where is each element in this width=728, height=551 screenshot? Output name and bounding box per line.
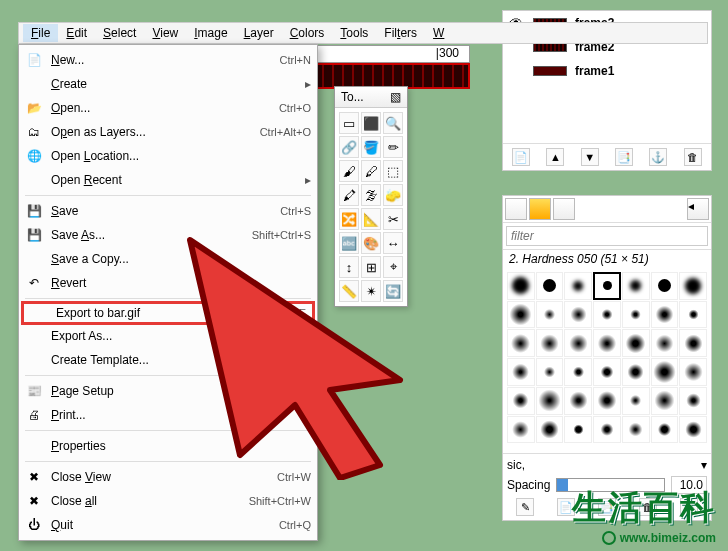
brush-preset-20[interactable] (679, 329, 707, 357)
menu-open[interactable]: 📂Open...Ctrl+O (19, 96, 317, 120)
brush-preset-40[interactable] (651, 416, 679, 444)
brush-preset-17[interactable] (593, 329, 621, 357)
brush-preset-13[interactable] (679, 301, 707, 329)
menu-save-copy[interactable]: Save a Copy... (19, 247, 317, 271)
tool-21[interactable]: 📏 (339, 280, 359, 302)
menu-page-setup[interactable]: 📰Page Setup (19, 379, 317, 403)
menu-create[interactable]: Create▸ (19, 72, 317, 96)
brush-preset-10[interactable] (593, 301, 621, 329)
tool-18[interactable]: ↕ (339, 256, 359, 278)
tool-14[interactable]: ✂ (383, 208, 403, 230)
brush-preset-14[interactable] (507, 329, 535, 357)
brush-preset-35[interactable] (507, 416, 535, 444)
brush-preset-3[interactable] (593, 272, 621, 300)
menu-create-template[interactable]: Create Template... (19, 348, 317, 372)
brush-preset-36[interactable] (536, 416, 564, 444)
brush-preset-1[interactable] (536, 272, 564, 300)
tool-0[interactable]: ▭ (339, 112, 359, 134)
brush-preset-28[interactable] (507, 387, 535, 415)
tool-19[interactable]: ⊞ (361, 256, 381, 278)
brush-preset-31[interactable] (593, 387, 621, 415)
menu-revert[interactable]: ↶Revert (19, 271, 317, 295)
menubar-tools[interactable]: Tools (332, 24, 376, 42)
menu-open-recent[interactable]: Open Recent▸ (19, 168, 317, 192)
tool-1[interactable]: ⬛ (361, 112, 381, 134)
tool-20[interactable]: ⌖ (383, 256, 403, 278)
tool-12[interactable]: 🔀 (339, 208, 359, 230)
brush-preset-34[interactable] (679, 387, 707, 415)
tool-6[interactable]: 🖌 (339, 160, 359, 182)
menubar-image[interactable]: Image (186, 24, 235, 42)
brush-preset-21[interactable] (507, 358, 535, 386)
layers-btn-2[interactable]: ▼ (581, 148, 599, 166)
brush-preset-33[interactable] (651, 387, 679, 415)
brush-preset-25[interactable] (622, 358, 650, 386)
tool-11[interactable]: 🧽 (383, 184, 403, 206)
menu-new[interactable]: 📄New...Ctrl+N (19, 48, 317, 72)
brush-preset-24[interactable] (593, 358, 621, 386)
brush-preset-29[interactable] (536, 387, 564, 415)
layer-row-frame1[interactable]: frame1 (503, 59, 711, 83)
brush-tab-3[interactable] (553, 198, 575, 220)
tool-22[interactable]: ✴ (361, 280, 381, 302)
brush-preset-9[interactable] (564, 301, 592, 329)
layers-btn-1[interactable]: ▲ (546, 148, 564, 166)
menu-open-location[interactable]: 🌐Open Location... (19, 144, 317, 168)
tool-13[interactable]: 📐 (361, 208, 381, 230)
brush-preset-7[interactable] (507, 301, 535, 329)
menubar-filters[interactable]: Filters (376, 24, 425, 42)
menu-export-as[interactable]: Export As... (19, 324, 317, 348)
brush-preset-22[interactable] (536, 358, 564, 386)
layers-btn-0[interactable]: 📄 (512, 148, 530, 166)
brush-tab-2[interactable] (529, 198, 551, 220)
tool-9[interactable]: 🖍 (339, 184, 359, 206)
brush-preset-38[interactable] (593, 416, 621, 444)
tool-23[interactable]: 🔄 (383, 280, 403, 302)
brush-preset-26[interactable] (651, 358, 679, 386)
menu-save[interactable]: 💾SaveCtrl+S (19, 199, 317, 223)
brush-preset-30[interactable] (564, 387, 592, 415)
tool-8[interactable]: ⬚ (383, 160, 403, 182)
menu-close-all[interactable]: ✖Close allShift+Ctrl+W (19, 489, 317, 513)
brush-preset-5[interactable] (651, 272, 679, 300)
tool-15[interactable]: 🔤 (339, 232, 359, 254)
brush-preset-41[interactable] (679, 416, 707, 444)
brush-preset-18[interactable] (622, 329, 650, 357)
brush-filter-input[interactable] (506, 226, 708, 246)
menu-quit[interactable]: ⏻QuitCtrl+Q (19, 513, 317, 537)
brush-preset-23[interactable] (564, 358, 592, 386)
layers-btn-3[interactable]: 📑 (615, 148, 633, 166)
menu-export-to[interactable]: Export to bar.gifCtrl+E (21, 301, 315, 325)
brush-preset-11[interactable] (622, 301, 650, 329)
brush-preset-4[interactable] (622, 272, 650, 300)
menubar-view[interactable]: View (144, 24, 186, 42)
tool-7[interactable]: 🖊 (361, 160, 381, 182)
menu-close-view[interactable]: ✖Close ViewCtrl+W (19, 465, 317, 489)
brush-preset-15[interactable] (536, 329, 564, 357)
brush-tab-1[interactable] (505, 198, 527, 220)
brush-preset-8[interactable] (536, 301, 564, 329)
menu-save-as[interactable]: 💾Save As...Shift+Ctrl+S (19, 223, 317, 247)
brush-preset-16[interactable] (564, 329, 592, 357)
brush-preset-0[interactable] (507, 272, 535, 300)
brush-footer-btn-0[interactable]: ✎ (516, 498, 534, 516)
brush-option-dropdown-icon[interactable]: ▾ (701, 458, 707, 472)
menubar-w[interactable]: W (425, 24, 452, 42)
layers-btn-4[interactable]: ⚓ (649, 148, 667, 166)
menubar-colors[interactable]: Colors (282, 24, 333, 42)
menu-properties[interactable]: Properties (19, 434, 317, 458)
menu-print[interactable]: 🖨Print... (19, 403, 317, 427)
tool-16[interactable]: 🎨 (361, 232, 381, 254)
brush-preset-12[interactable] (651, 301, 679, 329)
brush-preset-6[interactable] (679, 272, 707, 300)
tool-5[interactable]: ✏ (383, 136, 403, 158)
menubar-select[interactable]: Select (95, 24, 144, 42)
tool-17[interactable]: ↔ (383, 232, 403, 254)
brush-preset-2[interactable] (564, 272, 592, 300)
menubar-file[interactable]: File (23, 24, 58, 42)
tool-2[interactable]: 🔍 (383, 112, 403, 134)
brush-tab-menu-icon[interactable]: ◂ (687, 198, 709, 220)
layers-btn-5[interactable]: 🗑 (684, 148, 702, 166)
toolbox-window[interactable]: To... ▧ ▭⬛🔍🔗🪣✏🖌🖊⬚🖍🌫🧽🔀📐✂🔤🎨↔↕⊞⌖📏✴🔄 (334, 86, 408, 307)
menubar-layer[interactable]: Layer (236, 24, 282, 42)
